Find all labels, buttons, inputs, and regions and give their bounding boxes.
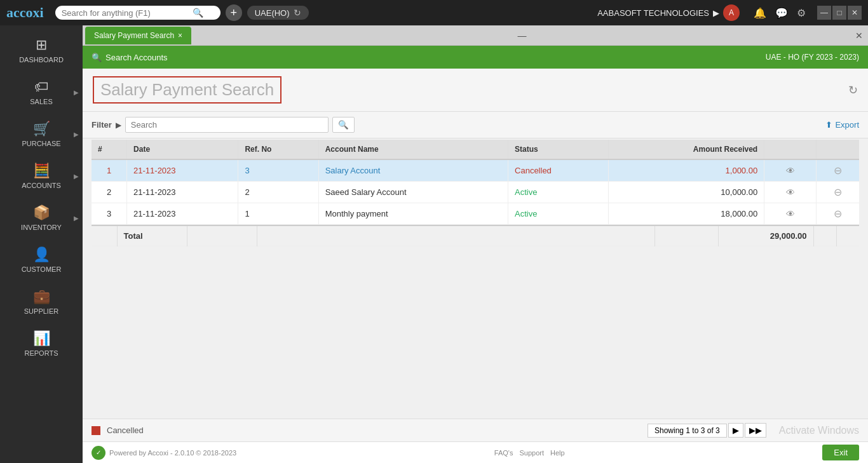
bottom-links: FAQ's Support Help bbox=[494, 449, 565, 457]
cell-account: Monthly payment bbox=[318, 203, 508, 225]
results-table: # Date Ref. No Account Name Status Amoun… bbox=[92, 140, 859, 225]
purchase-arrow-icon: ▶ bbox=[74, 131, 79, 138]
minimize-button[interactable]: — bbox=[817, 6, 831, 20]
faq-link[interactable]: FAQ's bbox=[494, 449, 513, 457]
topbar-icons: 🔔 💬 ⚙ bbox=[754, 7, 806, 19]
exit-button[interactable]: Exit bbox=[822, 445, 859, 460]
cell-date: 21-11-2023 bbox=[127, 182, 238, 203]
cell-amount: 18,000.00 bbox=[608, 203, 764, 225]
cell-action[interactable]: ⊖ bbox=[817, 159, 859, 182]
tab-salary-payment-search[interactable]: Salary Payment Search × bbox=[85, 27, 191, 44]
inventory-arrow-icon: ▶ bbox=[74, 215, 79, 222]
chat-icon[interactable]: 💬 bbox=[775, 7, 788, 19]
sidebar-label-dashboard: DASHBOARD bbox=[19, 56, 64, 64]
tab-restore-icon[interactable]: ✕ bbox=[853, 30, 865, 41]
reload-icon[interactable]: ↻ bbox=[848, 83, 858, 97]
bottom-bar: ✓ Powered by Accoxi - 2.0.10 © 2018-2023… bbox=[83, 441, 868, 463]
sidebar-label-reports: REPORTS bbox=[25, 349, 58, 357]
total-account-cell bbox=[257, 225, 654, 246]
view-icon[interactable]: 👁 bbox=[784, 187, 797, 198]
cell-status: Cancelled bbox=[508, 159, 609, 182]
supplier-icon: 💼 bbox=[33, 288, 50, 305]
total-action2-cell bbox=[836, 225, 859, 246]
total-status-cell bbox=[654, 225, 718, 246]
table-row: 2 21-11-2023 2 Saeed Salary Account Acti… bbox=[92, 182, 859, 203]
sidebar-item-inventory[interactable]: 📦 INVENTORY ▶ bbox=[0, 197, 83, 239]
support-link[interactable]: Support bbox=[519, 449, 544, 457]
settings-icon[interactable]: ⚙ bbox=[797, 7, 806, 19]
app-logo: accoxi bbox=[6, 4, 44, 21]
cell-view[interactable]: 👁 bbox=[764, 159, 817, 182]
total-action1-cell bbox=[813, 225, 836, 246]
cell-status: Active bbox=[508, 182, 609, 203]
cell-ref[interactable]: 3 bbox=[238, 159, 318, 182]
cell-view[interactable]: 👁 bbox=[764, 203, 817, 225]
pagination-info: Showing 1 to 3 of 3 bbox=[648, 424, 727, 438]
view-icon[interactable]: 👁 bbox=[784, 166, 797, 176]
filter-search-input[interactable] bbox=[125, 117, 329, 133]
company-name: AABASOFT TECHNOLOGIES ▶ A bbox=[597, 4, 740, 21]
reports-icon: 📊 bbox=[33, 330, 50, 347]
cell-action[interactable]: ⊖ bbox=[817, 182, 859, 203]
sidebar-label-supplier: SUPPLIER bbox=[24, 307, 58, 315]
cell-view[interactable]: 👁 bbox=[764, 182, 817, 203]
refresh-icon[interactable]: ↻ bbox=[294, 8, 301, 18]
page-title: Salary Payment Search bbox=[93, 76, 281, 104]
action-icon[interactable]: ⊖ bbox=[834, 165, 842, 176]
filter-bar: Filter ▶ 🔍 ⬆ Export bbox=[83, 112, 868, 138]
company-fy-info: UAE - HO (FY 2023 - 2023) bbox=[766, 53, 859, 62]
view-icon[interactable]: 👁 bbox=[784, 209, 797, 219]
accoxi-logo-small: ✓ bbox=[92, 446, 105, 460]
cell-action[interactable]: ⊖ bbox=[817, 203, 859, 225]
col-date: Date bbox=[127, 140, 238, 159]
export-button[interactable]: ⬆ Export bbox=[825, 120, 859, 130]
activate-watermark: Activate Windows bbox=[779, 425, 859, 436]
footer: Cancelled Showing 1 to 3 of 3 ▶ ▶▶ Activ… bbox=[83, 419, 868, 441]
close-button[interactable]: ✕ bbox=[848, 6, 862, 20]
total-amount-cell: 29,000.00 bbox=[718, 225, 813, 246]
help-link[interactable]: Help bbox=[550, 449, 565, 457]
sales-icon: 🏷 bbox=[34, 79, 48, 95]
accounts-arrow-icon: ▶ bbox=[74, 173, 79, 180]
cell-account[interactable]: Salary Account bbox=[318, 159, 508, 182]
tab-close-icon[interactable]: × bbox=[178, 31, 182, 40]
cell-num: 2 bbox=[92, 182, 127, 203]
purchase-icon: 🛒 bbox=[33, 121, 50, 137]
window-controls: — □ ✕ bbox=[817, 6, 862, 20]
sidebar-item-accounts[interactable]: 🧮 ACCOUNTS ▶ bbox=[0, 155, 83, 197]
sales-arrow-icon: ▶ bbox=[74, 89, 79, 96]
sidebar-item-reports[interactable]: 📊 REPORTS bbox=[0, 323, 83, 365]
next-page-button[interactable]: ▶ bbox=[728, 423, 743, 438]
sidebar-item-supplier[interactable]: 💼 SUPPLIER bbox=[0, 281, 83, 323]
last-page-button[interactable]: ▶▶ bbox=[745, 423, 766, 438]
company-pill[interactable]: UAE(HO) ↻ bbox=[247, 6, 309, 20]
table-container: # Date Ref. No Account Name Status Amoun… bbox=[83, 138, 868, 419]
filter-arrow-icon[interactable]: ▶ bbox=[116, 121, 121, 130]
total-num-cell bbox=[92, 225, 117, 246]
search-icon: 🔍 bbox=[193, 8, 203, 18]
sidebar-item-sales[interactable]: 🏷 SALES ▶ bbox=[0, 71, 83, 113]
table-row: 3 21-11-2023 1 Monthly payment Active 18… bbox=[92, 203, 859, 225]
sidebar-label-sales: SALES bbox=[30, 98, 52, 105]
customer-icon: 👤 bbox=[33, 246, 50, 263]
inventory-icon: 📦 bbox=[33, 205, 50, 221]
cell-date: 21-11-2023 bbox=[127, 203, 238, 225]
sidebar-item-customer[interactable]: 👤 CUSTOMER bbox=[0, 239, 83, 281]
col-amount: Amount Received bbox=[608, 140, 764, 159]
topbar: accoxi 🔍 + UAE(HO) ↻ AABASOFT TECHNOLOGI… bbox=[0, 0, 868, 25]
tab-minimize-icon[interactable]: — bbox=[515, 30, 529, 41]
sidebar-item-purchase[interactable]: 🛒 PURCHASE ▶ bbox=[0, 113, 83, 155]
maximize-button[interactable]: □ bbox=[832, 6, 846, 20]
global-search-input[interactable] bbox=[62, 8, 189, 18]
cell-num: 3 bbox=[92, 203, 127, 225]
filter-search-button[interactable]: 🔍 bbox=[332, 117, 355, 133]
table-header-row: # Date Ref. No Account Name Status Amoun… bbox=[92, 140, 859, 159]
action-icon[interactable]: ⊖ bbox=[834, 187, 842, 198]
action-icon[interactable]: ⊖ bbox=[834, 208, 842, 219]
col-status: Status bbox=[508, 140, 609, 159]
global-search-bar[interactable]: 🔍 bbox=[55, 6, 220, 20]
sidebar-item-dashboard[interactable]: ⊞ DASHBOARD bbox=[0, 29, 83, 71]
add-button[interactable]: + bbox=[226, 4, 242, 21]
table-row: 1 21-11-2023 3 Salary Account Cancelled … bbox=[92, 159, 859, 182]
bell-icon[interactable]: 🔔 bbox=[754, 7, 766, 19]
